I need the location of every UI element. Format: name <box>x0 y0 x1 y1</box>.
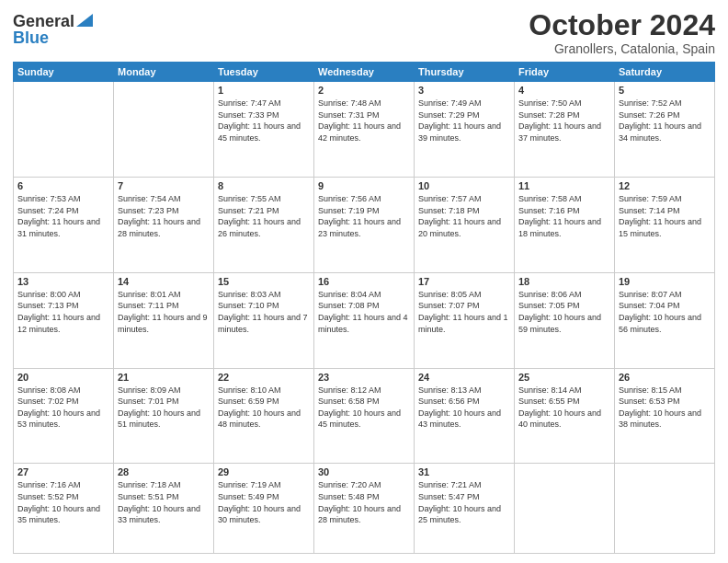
day-info: Sunrise: 8:13 AMSunset: 6:56 PMDaylight:… <box>418 385 510 431</box>
day-info: Sunrise: 7:21 AMSunset: 5:47 PMDaylight:… <box>418 479 510 525</box>
calendar-day-cell: 19Sunrise: 8:07 AMSunset: 7:04 PMDayligh… <box>615 272 715 368</box>
day-info: Sunrise: 7:49 AMSunset: 7:29 PMDaylight:… <box>418 98 510 144</box>
calendar-day-cell <box>615 464 715 554</box>
day-number: 15 <box>218 276 310 287</box>
calendar-day-cell: 23Sunrise: 8:12 AMSunset: 6:58 PMDayligh… <box>314 368 415 464</box>
calendar-day-cell: 1Sunrise: 7:47 AMSunset: 7:33 PMDaylight… <box>214 82 314 178</box>
calendar-day-cell: 13Sunrise: 8:00 AMSunset: 7:13 PMDayligh… <box>14 272 114 368</box>
day-number: 10 <box>418 180 510 191</box>
calendar-day-cell: 12Sunrise: 7:59 AMSunset: 7:14 PMDayligh… <box>615 177 715 272</box>
day-info: Sunrise: 7:56 AMSunset: 7:19 PMDaylight:… <box>318 193 410 239</box>
calendar-week-row: 20Sunrise: 8:08 AMSunset: 7:02 PMDayligh… <box>14 368 715 464</box>
day-number: 28 <box>118 466 210 477</box>
day-number: 9 <box>318 180 410 191</box>
calendar-day-cell: 30Sunrise: 7:20 AMSunset: 5:48 PMDayligh… <box>314 464 415 554</box>
weekday-header: Friday <box>515 63 615 82</box>
day-info: Sunrise: 7:59 AMSunset: 7:14 PMDaylight:… <box>619 193 711 239</box>
logo-blue-text: Blue <box>13 29 49 46</box>
header: General Blue October 2024 Granollers, Ca… <box>13 9 715 56</box>
day-number: 20 <box>17 372 109 383</box>
weekday-header: Saturday <box>615 63 715 82</box>
calendar-day-cell <box>515 464 615 554</box>
calendar-day-cell: 15Sunrise: 8:03 AMSunset: 7:10 PMDayligh… <box>214 272 314 368</box>
day-number: 8 <box>218 180 310 191</box>
day-info: Sunrise: 7:16 AMSunset: 5:52 PMDaylight:… <box>17 479 109 525</box>
day-number: 25 <box>518 372 610 383</box>
calendar-day-cell: 18Sunrise: 8:06 AMSunset: 7:05 PMDayligh… <box>515 272 615 368</box>
day-number: 31 <box>418 466 510 477</box>
day-number: 7 <box>118 180 210 191</box>
day-info: Sunrise: 7:58 AMSunset: 7:16 PMDaylight:… <box>518 193 610 239</box>
day-info: Sunrise: 7:19 AMSunset: 5:49 PMDaylight:… <box>218 479 310 525</box>
weekday-header: Thursday <box>415 63 515 82</box>
day-info: Sunrise: 7:53 AMSunset: 7:24 PMDaylight:… <box>17 193 109 239</box>
weekday-header: Monday <box>114 63 214 82</box>
day-info: Sunrise: 7:20 AMSunset: 5:48 PMDaylight:… <box>318 479 410 525</box>
calendar-day-cell: 11Sunrise: 7:58 AMSunset: 7:16 PMDayligh… <box>515 177 615 272</box>
day-number: 23 <box>318 372 410 383</box>
calendar-day-cell: 6Sunrise: 7:53 AMSunset: 7:24 PMDaylight… <box>14 177 114 272</box>
title-area: October 2024 Granollers, Catalonia, Spai… <box>529 9 715 56</box>
day-number: 3 <box>418 85 510 96</box>
day-number: 21 <box>118 372 210 383</box>
day-number: 27 <box>17 466 109 477</box>
day-info: Sunrise: 7:47 AMSunset: 7:33 PMDaylight:… <box>218 98 310 144</box>
day-info: Sunrise: 7:48 AMSunset: 7:31 PMDaylight:… <box>318 98 410 144</box>
calendar-week-row: 13Sunrise: 8:00 AMSunset: 7:13 PMDayligh… <box>14 272 715 368</box>
day-number: 12 <box>619 180 711 191</box>
day-number: 2 <box>318 85 410 96</box>
day-number: 29 <box>218 466 310 477</box>
weekday-header: Wednesday <box>314 63 415 82</box>
day-info: Sunrise: 7:57 AMSunset: 7:18 PMDaylight:… <box>418 193 510 239</box>
day-info: Sunrise: 8:08 AMSunset: 7:02 PMDaylight:… <box>17 385 109 431</box>
calendar-day-cell: 17Sunrise: 8:05 AMSunset: 7:07 PMDayligh… <box>415 272 515 368</box>
calendar-week-row: 1Sunrise: 7:47 AMSunset: 7:33 PMDaylight… <box>14 82 715 178</box>
day-number: 16 <box>318 276 410 287</box>
logo-general-text: General <box>13 13 74 29</box>
page: General Blue October 2024 Granollers, Ca… <box>0 0 728 563</box>
calendar-week-row: 6Sunrise: 7:53 AMSunset: 7:24 PMDaylight… <box>14 177 715 272</box>
day-number: 6 <box>17 180 109 191</box>
calendar-day-cell: 29Sunrise: 7:19 AMSunset: 5:49 PMDayligh… <box>214 464 314 554</box>
day-number: 11 <box>518 180 610 191</box>
day-info: Sunrise: 8:15 AMSunset: 6:53 PMDaylight:… <box>619 385 711 431</box>
day-number: 19 <box>619 276 711 287</box>
day-info: Sunrise: 8:01 AMSunset: 7:11 PMDaylight:… <box>118 289 210 335</box>
day-info: Sunrise: 8:06 AMSunset: 7:05 PMDaylight:… <box>518 289 610 335</box>
day-info: Sunrise: 8:12 AMSunset: 6:58 PMDaylight:… <box>318 385 410 431</box>
day-number: 5 <box>619 85 711 96</box>
day-info: Sunrise: 8:07 AMSunset: 7:04 PMDaylight:… <box>619 289 711 335</box>
day-info: Sunrise: 7:54 AMSunset: 7:23 PMDaylight:… <box>118 193 210 239</box>
day-number: 13 <box>17 276 109 287</box>
day-number: 24 <box>418 372 510 383</box>
calendar-day-cell: 10Sunrise: 7:57 AMSunset: 7:18 PMDayligh… <box>415 177 515 272</box>
day-info: Sunrise: 8:05 AMSunset: 7:07 PMDaylight:… <box>418 289 510 335</box>
calendar-day-cell: 31Sunrise: 7:21 AMSunset: 5:47 PMDayligh… <box>415 464 515 554</box>
calendar-day-cell: 2Sunrise: 7:48 AMSunset: 7:31 PMDaylight… <box>314 82 415 178</box>
day-number: 30 <box>318 466 410 477</box>
day-number: 22 <box>218 372 310 383</box>
calendar-day-cell <box>114 82 214 178</box>
day-info: Sunrise: 7:18 AMSunset: 5:51 PMDaylight:… <box>118 479 210 525</box>
day-number: 4 <box>518 85 610 96</box>
calendar-day-cell: 3Sunrise: 7:49 AMSunset: 7:29 PMDaylight… <box>415 82 515 178</box>
calendar-day-cell <box>14 82 114 178</box>
svg-marker-0 <box>76 14 93 27</box>
logo-triangle-icon <box>76 14 93 27</box>
day-number: 17 <box>418 276 510 287</box>
calendar-table: SundayMondayTuesdayWednesdayThursdayFrid… <box>13 62 715 554</box>
weekday-header: Sunday <box>14 63 114 82</box>
day-info: Sunrise: 8:09 AMSunset: 7:01 PMDaylight:… <box>118 385 210 431</box>
calendar-day-cell: 24Sunrise: 8:13 AMSunset: 6:56 PMDayligh… <box>415 368 515 464</box>
day-info: Sunrise: 7:52 AMSunset: 7:26 PMDaylight:… <box>619 98 711 144</box>
calendar-day-cell: 5Sunrise: 7:52 AMSunset: 7:26 PMDaylight… <box>615 82 715 178</box>
calendar-day-cell: 16Sunrise: 8:04 AMSunset: 7:08 PMDayligh… <box>314 272 415 368</box>
day-number: 26 <box>619 372 711 383</box>
calendar-day-cell: 26Sunrise: 8:15 AMSunset: 6:53 PMDayligh… <box>615 368 715 464</box>
day-info: Sunrise: 8:03 AMSunset: 7:10 PMDaylight:… <box>218 289 310 335</box>
calendar-day-cell: 4Sunrise: 7:50 AMSunset: 7:28 PMDaylight… <box>515 82 615 178</box>
day-number: 18 <box>518 276 610 287</box>
calendar-week-row: 27Sunrise: 7:16 AMSunset: 5:52 PMDayligh… <box>14 464 715 554</box>
day-info: Sunrise: 7:50 AMSunset: 7:28 PMDaylight:… <box>518 98 610 144</box>
calendar-day-cell: 22Sunrise: 8:10 AMSunset: 6:59 PMDayligh… <box>214 368 314 464</box>
